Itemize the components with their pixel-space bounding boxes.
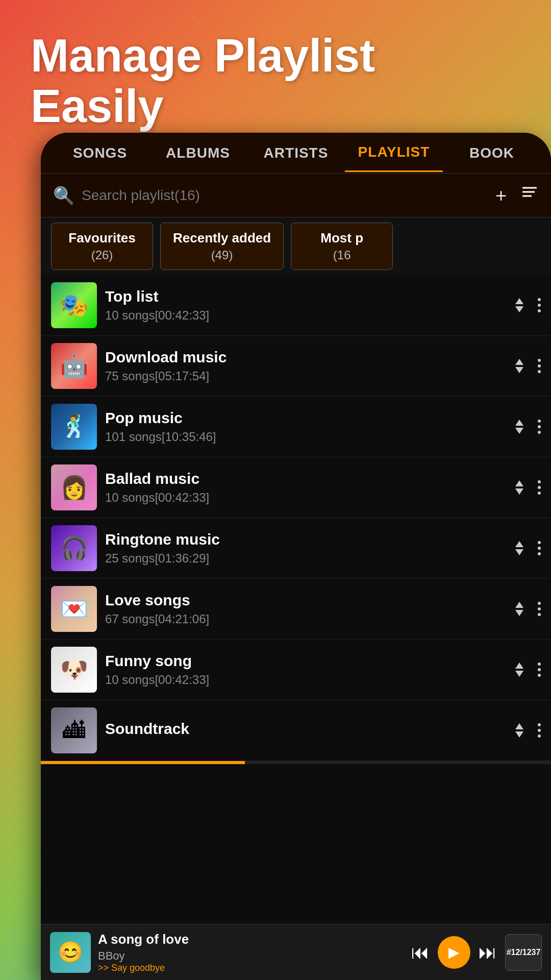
- playlist-meta-ballad: 10 songs[00:42:33]: [105, 491, 502, 505]
- svg-marker-16: [515, 671, 523, 677]
- player-controls: ⏮ ▶ ⏭ #12/1237: [411, 934, 542, 971]
- playlist-item-soundtrack[interactable]: Soundtrack: [41, 700, 551, 761]
- sort-button-funny[interactable]: [510, 660, 529, 679]
- phone-frame: SONGS ALBUMS ARTISTS PLAYLIST BOOK 🔍 ＋: [41, 133, 551, 980]
- sort-button-ringtone[interactable]: [510, 539, 529, 557]
- playlist-item-toplist[interactable]: Top list 10 songs[00:42:33]: [41, 275, 551, 336]
- svg-marker-14: [515, 610, 523, 616]
- tab-albums[interactable]: ALBUMS: [149, 135, 247, 172]
- sort-button-pop[interactable]: [510, 418, 529, 436]
- playlist-thumb-pop: [51, 404, 97, 450]
- sort-button-download[interactable]: [510, 357, 529, 375]
- playlist-name-toplist: Top list: [105, 288, 502, 305]
- playlist-item-ballad[interactable]: Ballad music 10 songs[00:42:33]: [41, 457, 551, 518]
- svg-marker-18: [515, 731, 523, 738]
- sort-options-button[interactable]: [520, 184, 539, 207]
- sort-button-love[interactable]: [510, 600, 529, 618]
- chip-recently-added-name: Recently added: [173, 230, 271, 246]
- tabs-row: SONGS ALBUMS ARTISTS PLAYLIST BOOK: [41, 133, 551, 174]
- playlist-thumb-soundtrack: [51, 707, 97, 753]
- svg-marker-12: [515, 549, 523, 555]
- search-actions: ＋: [492, 183, 539, 208]
- sort-button-toplist[interactable]: [510, 296, 529, 314]
- sort-button-soundtrack[interactable]: [510, 721, 529, 740]
- progress-bar-fill: [41, 761, 245, 764]
- svg-marker-6: [515, 367, 523, 373]
- playlist-thumb-toplist: [51, 282, 97, 328]
- progress-bar: [41, 761, 551, 764]
- prev-button[interactable]: ⏮: [411, 942, 430, 963]
- chip-most-played[interactable]: Most p (16: [291, 223, 393, 270]
- more-button-love[interactable]: [538, 602, 541, 616]
- playlist-thumb-ballad: [51, 464, 97, 510]
- play-pause-button[interactable]: ▶: [438, 936, 470, 969]
- playlist-item-love[interactable]: Love songs 67 songs[04:21:06]: [41, 579, 551, 640]
- search-icon: 🔍: [53, 185, 74, 206]
- player-bar: A song of love BBoy >> Say goodbye ⏮ ▶ ⏭…: [41, 924, 551, 980]
- playlist-info-ringtone: Ringtone music 25 songs[01:36:29]: [105, 531, 502, 566]
- tab-artists[interactable]: ARTISTS: [247, 135, 345, 172]
- more-button-ringtone[interactable]: [538, 541, 541, 555]
- playlist-item-download[interactable]: Download music 75 songs[05:17:54]: [41, 336, 551, 397]
- chip-favourites-count: (26): [64, 248, 140, 262]
- search-input[interactable]: [82, 187, 485, 204]
- svg-marker-15: [515, 663, 523, 669]
- svg-marker-5: [515, 359, 523, 365]
- chip-most-played-count: (16: [304, 248, 380, 262]
- playlist-actions-ballad: [510, 478, 541, 497]
- playlist-info-soundtrack: Soundtrack: [105, 720, 502, 741]
- playlist-actions-toplist: [510, 296, 541, 314]
- more-button-soundtrack[interactable]: [538, 723, 541, 738]
- playlist-actions-pop: [510, 418, 541, 436]
- player-artist: BBoy: [98, 949, 404, 963]
- playlist-actions-funny: [510, 660, 541, 679]
- playlist-info-ballad: Ballad music 10 songs[00:42:33]: [105, 470, 502, 505]
- playlist-meta-love: 67 songs[04:21:06]: [105, 612, 502, 626]
- playlist-name-download: Download music: [105, 349, 502, 366]
- svg-marker-4: [515, 306, 523, 312]
- more-button-pop[interactable]: [538, 420, 541, 434]
- playlist-actions-ringtone: [510, 539, 541, 557]
- playlist-info-download: Download music 75 songs[05:17:54]: [105, 349, 502, 383]
- search-bar: 🔍 ＋: [41, 174, 551, 217]
- playlist-item-ringtone[interactable]: Ringtone music 25 songs[01:36:29]: [41, 518, 551, 579]
- playlist-name-love: Love songs: [105, 592, 502, 609]
- queue-label: #12/1237: [507, 948, 541, 957]
- tab-songs[interactable]: SONGS: [51, 135, 149, 172]
- chip-most-played-name: Most p: [304, 230, 380, 246]
- more-button-download[interactable]: [538, 359, 541, 373]
- playlist-meta-funny: 10 songs[00:42:33]: [105, 673, 502, 687]
- chips-row: Favourites (26) Recently added (49) Most…: [41, 217, 551, 275]
- more-button-toplist[interactable]: [538, 298, 541, 312]
- playlist-item-pop[interactable]: Pop music 101 songs[10:35:46]: [41, 397, 551, 457]
- playlist-name-ringtone: Ringtone music: [105, 531, 502, 548]
- playlist-meta-pop: 101 songs[10:35:46]: [105, 430, 502, 444]
- sort-button-ballad[interactable]: [510, 478, 529, 497]
- tab-book[interactable]: BOOK: [443, 135, 541, 172]
- add-playlist-button[interactable]: ＋: [492, 183, 510, 208]
- chip-favourites-name: Favourites: [64, 230, 140, 246]
- player-next-label: >> Say goodbye: [98, 963, 404, 973]
- svg-marker-10: [515, 488, 523, 495]
- chip-favourites[interactable]: Favourites (26): [51, 223, 153, 270]
- svg-marker-7: [515, 420, 523, 426]
- playlist-name-funny: Funny song: [105, 652, 502, 670]
- playlist-meta-toplist: 10 songs[00:42:33]: [105, 308, 502, 323]
- playlist-item-funny[interactable]: Funny song 10 songs[00:42:33]: [41, 640, 551, 700]
- playlist-actions-download: [510, 357, 541, 375]
- tab-playlist[interactable]: PLAYLIST: [345, 134, 443, 172]
- more-button-ballad[interactable]: [538, 480, 541, 495]
- svg-marker-3: [515, 298, 523, 304]
- playlist-meta-download: 75 songs[05:17:54]: [105, 369, 502, 383]
- hero-title: Manage Playlist Easily: [31, 31, 520, 132]
- more-button-funny[interactable]: [538, 663, 541, 677]
- playlist-name-ballad: Ballad music: [105, 470, 502, 487]
- playlist-info-toplist: Top list 10 songs[00:42:33]: [105, 288, 502, 323]
- chip-recently-added[interactable]: Recently added (49): [160, 223, 284, 270]
- player-info: A song of love BBoy >> Say goodbye: [98, 932, 404, 973]
- svg-marker-17: [515, 723, 523, 729]
- queue-button[interactable]: #12/1237: [505, 934, 542, 971]
- svg-marker-9: [515, 480, 523, 486]
- playlist-actions-soundtrack: [510, 721, 541, 740]
- next-button[interactable]: ⏭: [479, 942, 497, 963]
